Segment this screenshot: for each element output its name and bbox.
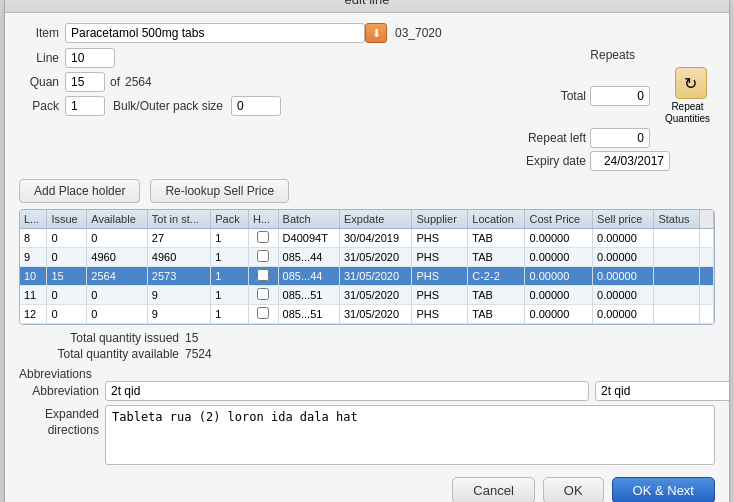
pack-input[interactable]: [65, 96, 105, 116]
col-location: Location: [468, 210, 525, 229]
abbrev-right-group: ▲▼: [595, 381, 715, 401]
line-label: Line: [19, 51, 59, 65]
col-tot-in-st: Tot in st...: [147, 210, 210, 229]
table-row[interactable]: 1015256425731085...4431/05/2020PHSC-2-20…: [20, 267, 714, 286]
repeat-quantities-group: ↻ RepeatQuantities: [660, 67, 715, 125]
table-header-row: L... Issue Available Tot in st... Pack H…: [20, 210, 714, 229]
abbreviations-section: Abbreviations Abbreviation ▲▼ Expandeddi…: [19, 367, 715, 465]
col-batch: Batch: [278, 210, 339, 229]
expiry-date-input[interactable]: [590, 151, 670, 171]
of-label: of: [110, 75, 120, 89]
download-icon[interactable]: ⬇: [365, 23, 387, 43]
col-pack: Pack: [211, 210, 249, 229]
table-row[interactable]: 800271D40094T30/04/2019PHSTAB0.000000.00…: [20, 229, 714, 248]
qty-available-label: Total quantity available: [19, 347, 179, 361]
qty-issued-value: 15: [185, 331, 235, 345]
qty-available-value: 7524: [185, 347, 235, 361]
edit-line-window: edit line Item ⬇ 03_7020 Line Quan of 25…: [4, 0, 730, 502]
table-row[interactable]: 120091085...5131/05/2020PHSTAB0.000000.0…: [20, 305, 714, 324]
repeat-left-label: Repeat left: [506, 131, 586, 145]
col-available: Available: [87, 210, 147, 229]
window-titlebar: edit line: [5, 0, 729, 13]
col-line: L...: [20, 210, 47, 229]
item-row: Item ⬇ 03_7020: [19, 23, 715, 43]
item-label: Item: [19, 26, 59, 40]
table-row[interactable]: 110091085...5131/05/2020PHSTAB0.000000.0…: [20, 286, 714, 305]
refresh-button[interactable]: ↻: [675, 67, 707, 99]
ok-button[interactable]: OK: [543, 477, 604, 502]
scrollbar-col: [700, 210, 714, 229]
order-number: 03_7020: [395, 26, 442, 40]
col-cost-price: Cost Price: [525, 210, 593, 229]
repeat-left-input[interactable]: [590, 128, 650, 148]
expanded-directions-row: Expandeddirections: [19, 405, 715, 465]
qty-issued-label: Total quantity issued: [19, 331, 179, 345]
col-issue: Issue: [47, 210, 87, 229]
bulk-label: Bulk/Outer pack size: [113, 99, 223, 113]
col-supplier: Supplier: [412, 210, 468, 229]
repeat-left-row: Repeat left: [506, 128, 715, 148]
window-content: Item ⬇ 03_7020 Line Quan of 2564 Pack: [5, 13, 729, 502]
total-input[interactable]: [590, 86, 650, 106]
totals-section: Total quantity issued 15 Total quantity …: [19, 331, 715, 361]
abbrev-input[interactable]: [105, 381, 589, 401]
lines-table-container: L... Issue Available Tot in st... Pack H…: [19, 209, 715, 325]
pack-row: Pack Bulk/Outer pack size: [19, 96, 281, 116]
total-label: Total: [506, 89, 586, 103]
repeats-label: Repeats: [506, 48, 635, 62]
add-placeholder-button[interactable]: Add Place holder: [19, 179, 140, 203]
abbrev-label: Abbreviation: [19, 384, 99, 398]
total-row: Total ↻ RepeatQuantities: [506, 67, 715, 125]
line-input[interactable]: [65, 48, 115, 68]
col-sell-price: Sell price: [593, 210, 654, 229]
cancel-button[interactable]: Cancel: [452, 477, 534, 502]
qty-available-row: Total quantity available 7524: [19, 347, 715, 361]
quan-row: Quan of 2564: [19, 72, 281, 92]
window-title: edit line: [345, 0, 390, 7]
quan-label: Quan: [19, 75, 59, 89]
repeats-section: Repeats Total ↻ RepeatQuantities Repeat …: [506, 48, 715, 171]
abbreviations-title: Abbreviations: [19, 367, 92, 381]
repeat-quantities-label: RepeatQuantities: [660, 101, 715, 125]
abbreviation-row: Abbreviation ▲▼: [19, 381, 715, 401]
quan-input[interactable]: [65, 72, 105, 92]
lines-table: L... Issue Available Tot in st... Pack H…: [20, 210, 714, 324]
quan-of-value: 2564: [125, 75, 152, 89]
col-expdate: Expdate: [339, 210, 411, 229]
relookup-button[interactable]: Re-lookup Sell Price: [150, 179, 289, 203]
abbrev-right-input[interactable]: [595, 381, 730, 401]
line-row: Line: [19, 48, 281, 68]
bulk-input[interactable]: [231, 96, 281, 116]
expanded-textarea[interactable]: [105, 405, 715, 465]
table-row[interactable]: 90496049601085...4431/05/2020PHSTAB0.000…: [20, 248, 714, 267]
expiry-date-row: Expiry date: [506, 151, 715, 171]
col-status: Status: [654, 210, 700, 229]
expiry-date-label: Expiry date: [506, 154, 586, 168]
ok-next-button[interactable]: OK & Next: [612, 477, 715, 502]
footer-buttons: Cancel OK OK & Next: [19, 471, 715, 502]
pack-label: Pack: [19, 99, 59, 113]
expanded-label: Expandeddirections: [19, 405, 99, 438]
table-body: 800271D40094T30/04/2019PHSTAB0.000000.00…: [20, 229, 714, 324]
qty-issued-row: Total quantity issued 15: [19, 331, 715, 345]
col-h: H...: [249, 210, 279, 229]
item-input[interactable]: [65, 23, 365, 43]
action-buttons-row: Add Place holder Re-lookup Sell Price: [19, 179, 715, 203]
